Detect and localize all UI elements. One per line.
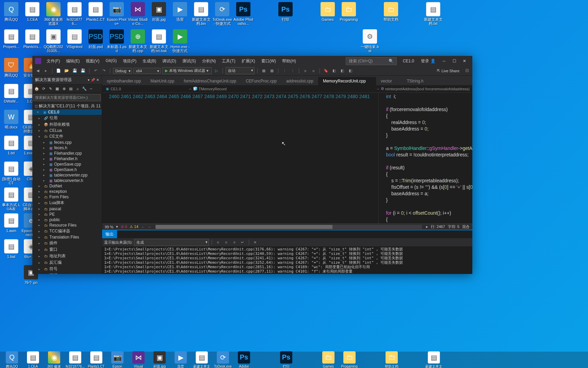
desktop-icon[interactable]: ▤ 1.bat [1, 239, 21, 259]
desktop-icon[interactable]: Ps 打印 [276, 2, 295, 21]
editor-tab[interactable]: TString.h [402, 77, 428, 85]
open-icon[interactable]: 📂 [63, 67, 70, 74]
desktop-icon[interactable]: ▣ 封面.jpg [149, 2, 169, 21]
desktop-icon[interactable]: ▤ 1.txt [1, 136, 21, 155]
desktop-icon[interactable]: 🛡 腾讯QQ [1, 58, 21, 77]
desktop-icon[interactable]: ⟳ ToDesk.exe - 快捷方式 [212, 2, 232, 26]
desktop-icon[interactable]: ▤ [加密] 自动CT [1, 162, 21, 185]
tb-icon[interactable]: ▦ [268, 67, 275, 74]
desktop-icon[interactable]: 🗀 帮助文档 [381, 2, 401, 21]
zoom-level[interactable]: 99 % [105, 225, 113, 229]
tree-item[interactable]: ▸▦OpenSave.cpp [32, 162, 102, 167]
save-icon[interactable]: 💾 [71, 67, 78, 74]
undo-icon[interactable]: ↶ [92, 67, 99, 74]
editor-tab[interactable]: formAddressChangeUnit.cpp [179, 77, 241, 85]
menu-item[interactable]: 文件(F) [44, 57, 63, 65]
warning-count[interactable]: ⚠ 14 [130, 225, 138, 229]
nav-next-icon[interactable]: → [148, 225, 151, 229]
tree-project-node[interactable]: ▾▣ CE1.0 [32, 109, 102, 115]
editor-tab[interactable]: vector✕ [376, 77, 402, 85]
taskbar-icon[interactable]: ▤ fe3218776... [65, 351, 86, 368]
tree-item[interactable]: ▸▦Filehandler.h [32, 156, 102, 162]
new-icon[interactable]: 📄 [55, 67, 62, 74]
desktop-icon[interactable]: W 明.docx [1, 110, 21, 129]
tree-item[interactable]: ▸🗀插件 [32, 240, 102, 246]
tree-item[interactable]: ▸🗀Resource Files [32, 223, 102, 228]
feedback-icon[interactable]: ☹ [463, 67, 470, 74]
taskbar-icon[interactable]: ⋈ Visual [128, 351, 149, 368]
taskbar-icon[interactable]: ◉ 360 极速 [44, 351, 65, 368]
taskbar-icon[interactable]: ▤ 1.CEA [22, 351, 44, 368]
taskbar[interactable]: Q 腾讯QQ ▤ 1.CEA ◉ 360 极速 ▤ fe3218776... ▤… [0, 352, 588, 368]
tree-item[interactable]: ▸🗀public [32, 217, 102, 223]
editor-tab[interactable]: MemoryRecordUnit.cpp✕ [318, 77, 376, 85]
tree-item[interactable]: ▸🗀CELua [32, 128, 102, 133]
home-icon[interactable]: 🏠 [34, 86, 40, 92]
sol-search-input[interactable]: 搜索解决方案资源管理器(Ctrl+;) [33, 94, 101, 101]
desktop-icon[interactable]: ▤ DWaW... [1, 84, 21, 103]
tb-icon[interactable]: ▤ [68, 86, 74, 92]
tree-item[interactable]: ▸🗀Form Files [32, 194, 102, 200]
menu-item[interactable]: 调试(D) [160, 57, 179, 65]
desktop-icon[interactable]: ▤ VSigntool [65, 29, 84, 49]
tree-item[interactable]: ▸📦外部依赖项 [32, 121, 102, 128]
desktop-icon[interactable]: 🗀 Progaming [339, 2, 359, 21]
desktop-icon[interactable]: ▣ QQ截图20231005... [44, 29, 63, 53]
toolbox-icon[interactable]: ▦ [260, 67, 267, 74]
nav-fwd-icon[interactable]: ▸ [43, 67, 49, 74]
tb-icon[interactable]: ◧ [331, 67, 338, 74]
minimize-button[interactable]: ─ [439, 59, 449, 63]
taskbar-icon[interactable]: 📷 Epson [107, 351, 128, 368]
tb-icon[interactable]: ⊕ [61, 86, 67, 92]
desktop-icon[interactable]: ▤ 新建文本文档.txt.bak [149, 29, 169, 53]
desktop-icon[interactable]: ▤ 1.asm [1, 213, 21, 233]
menu-item[interactable]: 测试(S) [180, 57, 199, 65]
breadcrumb[interactable]: ▣CE1.0 → 🧊 TMemoryRecord → ⚙ reinterpret… [102, 85, 472, 93]
desktop-icon[interactable]: ▤ fe3218776... [65, 2, 84, 26]
output-source-combo[interactable]: 生成 [134, 239, 209, 246]
taskbar-icon[interactable]: ⟳ ToDesk.exe [212, 351, 233, 368]
taskbar-icon[interactable]: ▤ 新建文本文 [423, 351, 444, 368]
maximize-button[interactable]: ☐ [449, 59, 459, 63]
tb-icon[interactable]: ≡ [223, 239, 230, 246]
live-share-button[interactable]: ⇱ Live Share [434, 68, 462, 73]
tb-icon[interactable]: ✎ [47, 86, 53, 92]
desktop-icon[interactable]: ⚙ 一键结束.bat [360, 29, 380, 53]
auto-combo[interactable]: 自动 [226, 67, 255, 74]
clear-icon[interactable]: ✕ [252, 239, 259, 246]
tb-icon[interactable]: ≡ [215, 239, 222, 246]
start-no-debug-icon[interactable]: ▷ [213, 67, 220, 74]
h-scrollbar[interactable] [156, 225, 422, 229]
editor-tab[interactable]: MainUnit.cpp [146, 77, 179, 85]
code-editor[interactable]: 2460 2461 2462 2463 2464 2465 2466 2467 … [102, 93, 472, 224]
tree-item[interactable]: ▸▦tableconverter.h [32, 178, 102, 183]
save-all-icon[interactable]: 💾 [80, 67, 86, 74]
tree-solution-node[interactable]: ◫ 解决方案"CE1.0"(11 个项目, 共 11 个) [32, 103, 102, 109]
error-count[interactable]: ⊘ 0 [121, 225, 127, 229]
config-combo[interactable]: Debug [113, 68, 132, 74]
tree-item[interactable]: ▸🗀exception [32, 189, 102, 194]
taskbar-icon[interactable]: ▣ 封面.jpg [149, 351, 170, 368]
tree-item[interactable]: ▸▦feces.cpp [32, 140, 102, 145]
tb-icon[interactable]: ≡ [310, 67, 317, 74]
nav-back-icon[interactable]: ◀ [34, 67, 41, 74]
tree-item[interactable]: ▸🗀反汇编 [32, 259, 102, 266]
tree-item[interactable]: ▸🗀pascal [32, 206, 102, 212]
desktop-icon[interactable]: ◉ 360 极速浏览器X [44, 2, 63, 26]
tree-item[interactable]: ▸🗀PE [32, 212, 102, 217]
desktop-icon[interactable]: Q 腾讯QQ [1, 2, 21, 21]
tree-item[interactable]: ▸🗀汇编 [32, 272, 102, 274]
close-button[interactable]: ✕ [459, 59, 470, 63]
editor-tab[interactable]: CEFuncProc.cpp [241, 77, 281, 85]
desktop-icon[interactable]: ▶ Hymn.exe - 快捷方式 [170, 29, 190, 53]
editor-tab[interactable]: addresslist.cpp [281, 77, 318, 85]
line-ending[interactable]: 混合 [462, 224, 470, 229]
tree-item[interactable]: ▸▦Filehandler.cpp [32, 151, 102, 156]
editor-tab[interactable]: symbolhandler.cpp [102, 77, 146, 85]
bookmark-icon[interactable]: 🔖 [323, 67, 329, 74]
menu-item[interactable]: Git(G) [103, 57, 119, 65]
taskbar-icon[interactable]: ▤ 新建文本文 [191, 351, 212, 368]
tb-icon[interactable]: ⟳ [40, 86, 47, 92]
desktop-icon[interactable]: ⋈ Visual Studio Co... [128, 2, 148, 26]
menu-item[interactable]: 编辑(E) [63, 57, 82, 65]
